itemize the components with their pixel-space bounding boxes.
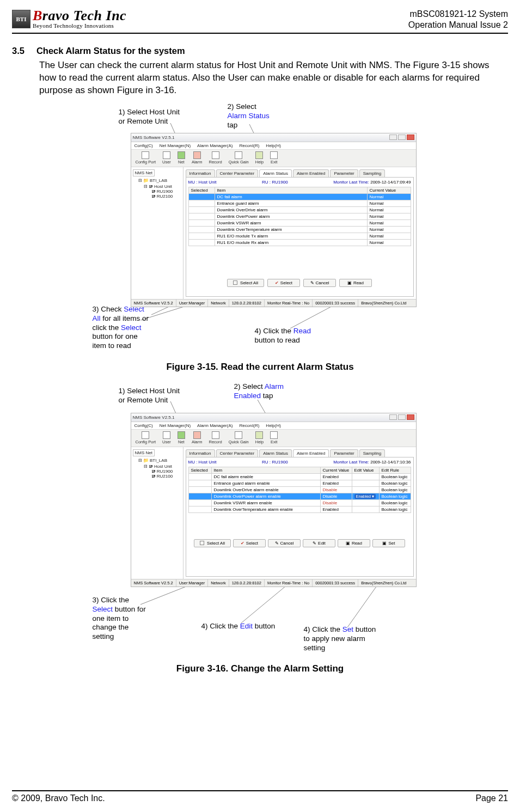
tab-bar: Information Center Parameter Alarm Statu… xyxy=(183,167,416,177)
toolbar-net[interactable]: Net xyxy=(178,151,185,164)
close-icon[interactable] xyxy=(407,135,414,140)
toolbar-quick-gain[interactable]: Quick Gain xyxy=(229,431,249,444)
toolbar-exit[interactable]: Exit xyxy=(270,431,278,444)
mu-label: MU : Host Unit xyxy=(188,180,217,185)
toolbar-quick-gain[interactable]: Quick Gain xyxy=(229,151,249,164)
tab-center-parameter[interactable]: Center Parameter xyxy=(216,449,259,457)
callout-1: 1) Select Host Unit or Remote Unit xyxy=(119,387,180,405)
callout-1: 1) Select Host Unit or Remote Unit xyxy=(119,108,180,126)
toolbar-alarm[interactable]: Alarm xyxy=(192,151,203,164)
table-row[interactable]: Downlink OverTemperature alarmNormal xyxy=(188,226,411,233)
status-bar: NMS Software V2.5.2 User:Manager Network… xyxy=(131,299,416,307)
device-tree[interactable]: NMS Net ⊟ 📁 BTI_LAB ⊟ 🖳 Host Unit 🖳 RU19… xyxy=(131,447,183,579)
header-rule xyxy=(12,33,508,34)
ru-label: RU : RU1900 xyxy=(262,180,288,185)
footer-page: Page 21 xyxy=(475,793,508,803)
minimize-icon[interactable] xyxy=(389,414,397,420)
toolbar-alarm[interactable]: Alarm xyxy=(192,431,203,444)
edit-button[interactable]: ✎Edit xyxy=(303,539,335,547)
menu-item[interactable]: Record(R) xyxy=(239,423,259,428)
menu-item[interactable]: Record(R) xyxy=(239,143,259,148)
section-num: 3.5 xyxy=(12,46,25,56)
toolbar-exit[interactable]: Exit xyxy=(270,151,278,164)
figure-3-16-caption: Figure 3-16. Change the Alarm Setting xyxy=(12,663,508,674)
toolbar: Config Port User Net Alarm Record Quick … xyxy=(131,430,416,447)
menu-item[interactable]: Net Manager(N) xyxy=(160,423,191,428)
table-row[interactable]: Downlink OverPower alarm enableDisableEn… xyxy=(188,493,411,499)
table-row[interactable]: Downlink OverPower alarmNormal xyxy=(188,213,411,219)
table-row[interactable]: RU1 E/O module Tx alarmNormal xyxy=(188,233,411,239)
cancel-button[interactable]: ✎Cancel xyxy=(268,539,301,547)
section-title: Check Alarm Status for the system xyxy=(36,46,185,56)
menu-item[interactable]: Help(H) xyxy=(266,423,281,428)
logo-name: Bravo Tech Inc xyxy=(33,9,126,23)
tab-center-parameter[interactable]: Center Parameter xyxy=(216,169,259,177)
toolbar-help[interactable]: Help xyxy=(255,431,264,444)
menu-item[interactable]: Net Manager(N) xyxy=(160,143,191,148)
table-row[interactable]: Entrance guard alarm enableEnabledBoolea… xyxy=(188,480,411,486)
menubar: Config(C) Net Manager(N) Alarm Manager(A… xyxy=(131,422,416,430)
monitor-time-value: 2009-12-14/17:10:36 xyxy=(370,460,411,465)
set-button[interactable]: ▣Set xyxy=(372,539,405,547)
tab-parameter[interactable]: Parameter xyxy=(330,169,358,177)
menu-item[interactable]: Alarm Manager(A) xyxy=(197,423,233,428)
table-row[interactable]: RU1 E/O module Rx alarmNormal xyxy=(188,239,411,246)
menu-item[interactable]: Config(C) xyxy=(134,423,153,428)
menu-item[interactable]: Config(C) xyxy=(134,143,153,148)
tab-alarm-enabled[interactable]: Alarm Enabled xyxy=(293,169,329,177)
figure-3-15-caption: Figure 3-15. Read the current Alarm Stat… xyxy=(12,362,508,373)
close-icon[interactable] xyxy=(407,414,414,420)
monitor-time-value: 2009-12-14/17:09:49 xyxy=(370,180,411,185)
table-row[interactable]: Downlink OverDrive alarmNormal xyxy=(188,206,411,213)
table-row[interactable]: DC fail alarm enableEnabledBoolean logic xyxy=(188,473,411,480)
table-row[interactable]: Downlink OverTemperature alarm enableEna… xyxy=(188,506,411,512)
tab-alarm-enabled[interactable]: Alarm Enabled xyxy=(293,449,329,457)
tab-alarm-status[interactable]: Alarm Status xyxy=(259,169,292,177)
tab-sampling[interactable]: Sampling xyxy=(359,449,385,457)
select-all-checkbox[interactable]: Select All xyxy=(227,279,264,287)
read-button[interactable]: ▣Read xyxy=(338,539,370,547)
menubar: Config(C) Net Manager(N) Alarm Manager(A… xyxy=(131,142,416,150)
toolbar-help[interactable]: Help xyxy=(255,151,264,164)
footer-copyright: © 2009, Bravo Tech Inc. xyxy=(12,793,105,803)
toolbar-config-port[interactable]: Config Port xyxy=(136,431,156,444)
tab-parameter[interactable]: Parameter xyxy=(330,449,358,457)
table-row[interactable]: Downlink OverDrive alarm enableDisableBo… xyxy=(188,486,411,493)
figure-3-15: 1) Select Host Unit or Remote Unit 2) Se… xyxy=(75,102,445,358)
logo-icon: BTI xyxy=(12,10,30,28)
toolbar-user[interactable]: User xyxy=(162,431,171,444)
table-row[interactable]: DC fail alarmNormal xyxy=(188,193,411,200)
select-button[interactable]: ✔Select xyxy=(233,539,266,547)
toolbar-record[interactable]: Record xyxy=(209,431,222,444)
section-body: The User can check the current alarm sta… xyxy=(39,59,508,97)
figure-3-16: 1) Select Host Unit or Remote Unit 2) Se… xyxy=(75,382,445,660)
cancel-button[interactable]: ✎Cancel xyxy=(303,279,336,287)
toolbar-record[interactable]: Record xyxy=(209,151,222,164)
alarm-status-table: Selected Item Current Value DC fail alar… xyxy=(188,187,411,246)
minimize-icon[interactable] xyxy=(389,135,397,140)
table-row[interactable]: Downlink VSWR alarmNormal xyxy=(188,219,411,226)
tab-information[interactable]: Information xyxy=(186,169,215,177)
maximize-icon[interactable] xyxy=(398,135,406,140)
tab-alarm-status[interactable]: Alarm Status xyxy=(259,449,292,457)
maximize-icon[interactable] xyxy=(398,414,406,420)
menu-item[interactable]: Help(H) xyxy=(266,143,281,148)
tab-sampling[interactable]: Sampling xyxy=(359,169,385,177)
toolbar: Config Port User Net Alarm Record Quick … xyxy=(131,150,416,167)
menu-item[interactable]: Alarm Manager(A) xyxy=(197,143,233,148)
device-tree[interactable]: NMS Net ⊟ 📁 BTI_LAB ⊟ 🖳 Host Unit 🖳 RU19… xyxy=(131,167,183,299)
read-button[interactable]: ▣Read xyxy=(339,279,372,287)
toolbar-net[interactable]: Net xyxy=(178,431,185,444)
select-all-checkbox[interactable]: Select All xyxy=(194,539,231,547)
select-button[interactable]: ✔Select xyxy=(267,279,300,287)
table-row[interactable]: Entrance guard alarmNormal xyxy=(188,200,411,206)
toolbar-config-port[interactable]: Config Port xyxy=(136,151,156,164)
window-title: NMS Software V2.5.1 xyxy=(133,415,175,420)
screenshot-2: NMS Software V2.5.1 Config(C) Net Manage… xyxy=(131,413,417,587)
doc-title: mBSC081921-12 System Operation Manual Is… xyxy=(408,9,508,30)
toolbar-user[interactable]: User xyxy=(162,151,171,164)
ru-label: RU : RU1900 xyxy=(262,460,288,465)
logo: BTI Bravo Tech Inc Beyond Technology Inn… xyxy=(12,9,126,29)
tab-information[interactable]: Information xyxy=(186,449,215,457)
table-row[interactable]: Downlink VSWR alarm enableDisableBoolean… xyxy=(188,499,411,506)
